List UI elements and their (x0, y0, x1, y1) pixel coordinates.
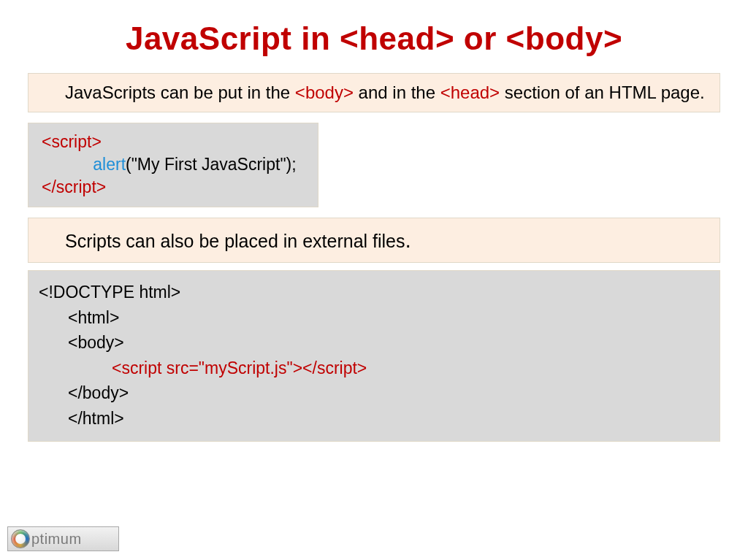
logo-icon (11, 529, 30, 548)
external-text: Scripts can also be placed in external f… (65, 231, 405, 251)
slide-title: JavaScript in <head> or <body> (0, 0, 748, 67)
code1-close-tag: </script> (42, 177, 106, 196)
intro-text-pre: JavaScripts can be put in the (65, 83, 295, 102)
code1-open-tag: <script> (42, 132, 102, 151)
logo-text: ptimum (31, 531, 82, 548)
intro-block: JavaScripts can be put in the <body> and… (28, 73, 720, 112)
intro-tag-head: <head> (440, 83, 500, 102)
external-period: . (405, 228, 411, 252)
external-files-block: Scripts can also be placed in external f… (28, 218, 720, 264)
intro-tag-body: <body> (295, 83, 354, 102)
code-block-1: <script> alert("My First JavaScript"); <… (28, 123, 318, 207)
logo-badge: ptimum (7, 526, 119, 551)
intro-text-post: section of an HTML page. (500, 83, 705, 102)
code1-alert: alert (93, 155, 126, 174)
code2-html-open: <html> (39, 305, 709, 331)
code-block-2: <!DOCTYPE html> <html> <body> <script sr… (28, 270, 720, 442)
code2-body-close: </body> (39, 380, 709, 406)
code2-script-line: <script src="myScript.js"></script> (39, 356, 709, 381)
code2-body-open: <body> (39, 330, 709, 356)
code2-html-close: </html> (39, 406, 709, 431)
intro-text-mid: and in the (354, 83, 440, 102)
code1-args: ("My First JavaScript"); (126, 155, 297, 174)
code2-doctype: <!DOCTYPE html> (39, 280, 709, 305)
